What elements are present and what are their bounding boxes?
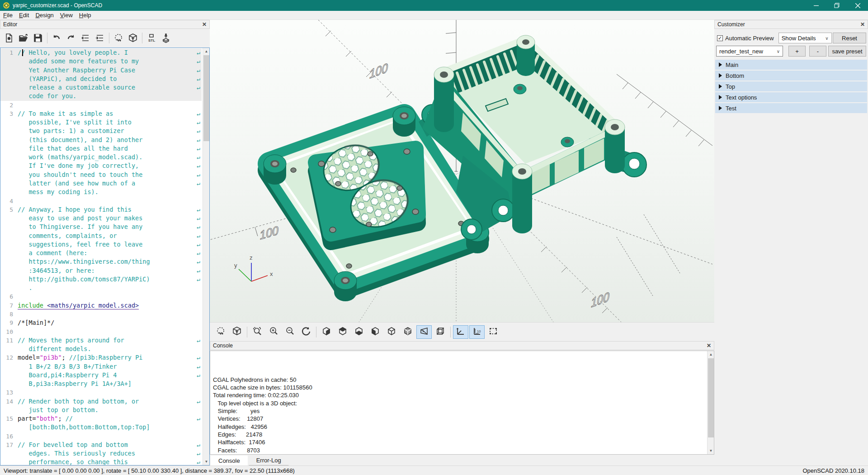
save-button[interactable] [31, 31, 45, 45]
menu-edit[interactable]: Edit [16, 11, 32, 19]
editor-close-icon[interactable]: ✕ [202, 21, 207, 28]
preset-combobox[interactable]: render_test_new ∨ [716, 46, 783, 57]
render-button[interactable] [229, 325, 245, 339]
menu-design[interactable]: Design [32, 11, 57, 19]
code-row: work (maths/yarpic_model.scad).↵ [0, 153, 202, 162]
triangle-right-icon [719, 95, 722, 100]
close-button[interactable] [847, 0, 868, 11]
editor-panel: Editor ✕ STL 1// Hello, you lovely peopl… [0, 20, 210, 466]
line-number [0, 345, 18, 353]
reset-button[interactable]: Reset [833, 33, 866, 43]
code-row: 5// Anyway, I hope you find this↵ [0, 205, 202, 214]
section-main[interactable]: Main [715, 60, 867, 70]
editor-scroll-thumb[interactable] [203, 55, 209, 141]
preview-button[interactable] [111, 31, 126, 45]
line-wrap-icon: ↵ [197, 362, 200, 371]
scroll-up-icon[interactable]: ▲ [708, 351, 714, 358]
editor-scrollbar[interactable]: ▲ ▼ [203, 48, 209, 465]
view-right-button[interactable] [319, 325, 334, 339]
scroll-down-icon[interactable]: ▼ [708, 447, 714, 454]
editor-toolbar: STL [0, 29, 210, 47]
reset-view-button[interactable] [298, 325, 314, 339]
console-close-icon[interactable]: ✕ [707, 342, 711, 349]
line-number: 10 [0, 328, 18, 336]
tab-console[interactable]: Console [211, 456, 248, 466]
line-number [0, 188, 18, 196]
zoom-out-button[interactable] [282, 325, 297, 339]
undo-button[interactable] [49, 31, 64, 45]
menu-view[interactable]: View [57, 11, 76, 19]
scroll-down-icon[interactable]: ▼ [203, 458, 210, 465]
view-right-icon [321, 326, 331, 337]
code-row: suggestions, feel free to leave↵ [0, 240, 202, 249]
orthogonal-icon [435, 326, 445, 337]
view-top-button[interactable] [335, 325, 350, 339]
line-number [0, 362, 18, 371]
line-number: 8 [0, 310, 18, 318]
console-panel: Console ✕ ▲ ▼ CGAL Polyhedrons in cache:… [210, 341, 714, 466]
redo-button[interactable] [64, 31, 78, 45]
view-back-button[interactable] [400, 325, 415, 339]
menu-file[interactable]: File [0, 11, 16, 19]
orthogonal-button[interactable] [433, 325, 448, 339]
line-number [0, 275, 18, 284]
customizer-title: Customizer [717, 21, 745, 28]
section-top[interactable]: Top [715, 81, 867, 91]
section-text-options[interactable]: Text options [715, 92, 867, 102]
view-left-button[interactable] [368, 325, 383, 339]
export-stl-button[interactable]: STL [144, 31, 159, 45]
zoom-all-button[interactable] [250, 325, 265, 339]
preview-button[interactable] [213, 325, 228, 339]
indent-button[interactable] [93, 31, 107, 45]
axis-x-label: x [270, 271, 273, 277]
line-wrap-icon: ↵ [197, 371, 200, 380]
tab-error-log[interactable]: Error-Log [249, 455, 289, 466]
console-scrollbar[interactable]: ▲ ▼ [707, 351, 714, 454]
line-number [0, 162, 18, 170]
section-bottom[interactable]: Bottom [715, 71, 867, 81]
view-bottom-button[interactable] [351, 325, 367, 339]
line-wrap-icon: ↵ [197, 414, 200, 423]
toolbar-separator [316, 327, 316, 337]
view-front-button[interactable] [384, 325, 399, 339]
automatic-preview-checkbox[interactable]: ✓ [717, 35, 723, 41]
line-wrap-icon: ↵ [197, 353, 200, 362]
remove-preset-button[interactable]: - [809, 46, 826, 57]
new-file-button[interactable] [2, 31, 16, 45]
menu-help[interactable]: Help [76, 11, 94, 19]
code-row: 1 B+/2 B/3 B/3 B+/Tinker↵ [0, 362, 202, 371]
line-wrap-icon: ↵ [197, 232, 200, 240]
add-preset-button[interactable]: + [788, 46, 806, 57]
perspective-button[interactable] [416, 325, 432, 339]
console-line: Facets: 8703 [213, 446, 714, 454]
unindent-button[interactable] [78, 31, 93, 45]
print-3d-button[interactable] [159, 31, 173, 45]
show-details-dropdown[interactable]: Show Details ∨ [778, 33, 832, 43]
code-editor[interactable]: 1// Hello, you lovely people. I↵ added s… [0, 48, 210, 466]
show-scale-button[interactable]: 10 [469, 325, 485, 339]
render-button[interactable] [126, 31, 140, 45]
line-number [0, 406, 18, 414]
line-wrap-icon: ↵ [197, 249, 200, 257]
title-bar: yarpic_customizer.scad - OpenSCAD [0, 0, 868, 11]
line-number: 12 [0, 353, 18, 362]
scroll-up-icon[interactable]: ▲ [203, 48, 210, 55]
restore-button[interactable] [826, 0, 847, 11]
open-file-button[interactable] [16, 31, 31, 45]
unindent-icon [80, 33, 90, 43]
line-wrap-icon: ↵ [197, 223, 200, 231]
console-line: Top level object is a 3D object: [213, 399, 714, 407]
code-row: 17// For bevelled top and bottom↵ [0, 441, 202, 449]
minimize-button[interactable] [806, 0, 826, 11]
customizer-close-icon[interactable]: ✕ [860, 21, 865, 28]
3d-viewport[interactable]: 100 100 100 [210, 20, 714, 322]
code-row: file that does all the hard↵ [0, 144, 202, 153]
zoom-in-button[interactable] [266, 325, 281, 339]
console-scroll-thumb[interactable] [708, 358, 714, 437]
save-preset-button[interactable]: save preset [828, 46, 866, 57]
section-test[interactable]: Test [715, 103, 867, 113]
show-axes-button[interactable] [453, 325, 468, 339]
show-edges-button[interactable] [486, 325, 501, 339]
line-wrap-icon: ↵ [197, 109, 200, 118]
line-wrap-icon: ↵ [197, 153, 200, 162]
